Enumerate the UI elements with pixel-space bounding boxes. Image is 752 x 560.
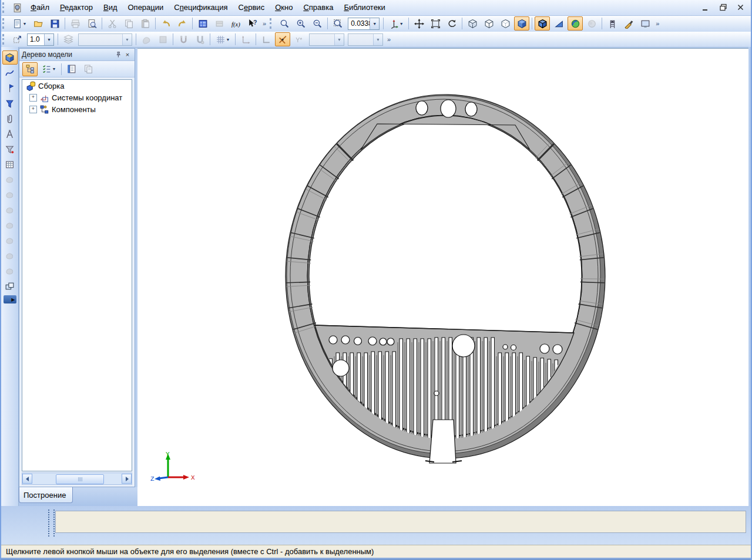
measure-button[interactable] [2, 127, 18, 141]
menu-libraries[interactable]: Библиотеки [338, 1, 390, 15]
scroll-right-arrow[interactable] [122, 474, 132, 484]
quick-display-button[interactable] [551, 16, 566, 31]
zoom-cursor-icon [280, 19, 290, 29]
menu-service[interactable]: Сервис [233, 1, 270, 15]
menubar-grip[interactable] [2, 2, 6, 13]
projection-button[interactable] [2, 96, 18, 110]
toolbar-overflow-chevron[interactable]: » [656, 20, 659, 27]
variables-window-button[interactable] [195, 16, 210, 31]
zoom-out-button[interactable] [310, 16, 325, 31]
model-tree-titlebar[interactable]: Дерево модели × [19, 49, 135, 61]
tree-item-label: Сборка [38, 82, 65, 90]
tree-horizontal-scrollbar[interactable] [22, 473, 132, 485]
document-scale-combo-dropdown-icon[interactable]: ▼ [44, 34, 53, 45]
fx-button[interactable]: f(x) [228, 16, 243, 31]
perspective-button[interactable] [568, 16, 583, 31]
snap-value-combo-2-dropdown-icon[interactable]: ▼ [373, 34, 382, 45]
dropdown-arrow-icon[interactable]: ▼ [23, 22, 27, 26]
scroll-left-arrow[interactable] [22, 474, 32, 484]
zoom-scale-combo-dropdown-icon[interactable]: ▼ [370, 18, 379, 29]
drawing-viewport[interactable]: YXZ [137, 48, 748, 507]
toolbar-view-grip[interactable] [270, 18, 274, 29]
zoom-area-button[interactable] [330, 16, 345, 31]
dropdown-arrow-icon[interactable]: ▼ [52, 67, 56, 71]
display-params-button[interactable] [637, 16, 653, 31]
orientation-button[interactable]: ▼ [386, 16, 406, 31]
doc-side-button[interactable] [64, 62, 79, 76]
mdi-document-icon[interactable] [9, 1, 25, 15]
property-message-field[interactable] [55, 511, 746, 533]
window-panels-button[interactable] [2, 279, 18, 294]
expand-plus-icon[interactable]: + [29, 106, 37, 113]
style-brush-icon [624, 19, 634, 29]
report-table-button[interactable] [2, 157, 18, 171]
menu-editor[interactable]: Редактор [55, 1, 98, 15]
rotate-button[interactable] [444, 16, 459, 31]
model-tree[interactable]: Сборка+Системы координат+Компоненты [22, 79, 132, 471]
toolbar-overflow-chevron[interactable]: » [387, 36, 391, 43]
property-bar-drag-handle[interactable] [48, 510, 55, 537]
help-select-button[interactable]: ? [244, 16, 260, 31]
document-scale-combo[interactable]: 1.0▼ [27, 33, 54, 46]
snaps-button[interactable] [275, 32, 290, 46]
simplified-icon [587, 19, 597, 29]
point-marker-button[interactable] [2, 81, 18, 95]
panel-expand-arrow[interactable]: ▶ [4, 295, 16, 303]
spline-button[interactable] [2, 66, 18, 80]
shaded-button[interactable] [514, 16, 529, 31]
zoom-frame-button[interactable] [428, 16, 443, 31]
toolbar-standard-grip[interactable] [2, 18, 6, 29]
expand-plus-icon[interactable]: + [29, 94, 37, 102]
hidden-lines-button[interactable] [481, 16, 496, 31]
dropdown-arrow-icon[interactable]: ▼ [400, 22, 404, 26]
rebuild-button[interactable] [605, 16, 620, 31]
layer-combo-dropdown-icon[interactable]: ▼ [122, 34, 132, 45]
sketch-op-1-icon [5, 175, 15, 185]
save-floppy-button[interactable] [47, 16, 62, 31]
list-view-button[interactable]: ▼ [39, 62, 59, 76]
open-folder-button[interactable] [31, 16, 46, 31]
wireframe-button[interactable] [465, 16, 480, 31]
close-button[interactable] [734, 2, 746, 12]
grid-button[interactable]: ▼ [213, 32, 233, 46]
point-marker-icon [5, 83, 15, 93]
current-scale-button[interactable] [9, 32, 25, 46]
attachments-button[interactable] [2, 112, 18, 126]
filter-button[interactable] [2, 142, 18, 156]
dropdown-arrow-icon[interactable]: ▼ [226, 38, 230, 42]
menu-view[interactable]: Вид [98, 1, 123, 15]
shaded-edges-button[interactable] [535, 16, 550, 31]
toolbar-current-state-grip[interactable] [2, 34, 6, 45]
scrollbar-thumb[interactable] [56, 474, 104, 484]
close-icon[interactable]: × [123, 50, 132, 59]
print-preview-button[interactable] [84, 16, 99, 31]
menu-operations[interactable]: Операции [122, 1, 169, 15]
zoom-cursor-button[interactable] [277, 16, 292, 31]
assembly-model-frame[interactable] [137, 49, 748, 507]
toolbar-overflow-chevron[interactable]: » [263, 20, 266, 27]
new-document-button[interactable]: ▼ [9, 16, 29, 31]
menu-file[interactable]: Файл [25, 1, 55, 15]
tree-item-coordinate-systems[interactable]: +Системы координат [22, 92, 132, 103]
menu-specification[interactable]: Спецификация [169, 1, 233, 15]
pin-icon[interactable] [113, 50, 123, 59]
restore-button[interactable] [717, 2, 728, 12]
menu-window[interactable]: Окно [270, 1, 298, 15]
zoom-in-button[interactable] [293, 16, 308, 31]
sketch-op-4-button [2, 218, 18, 232]
tree-structure-button[interactable] [22, 62, 38, 76]
minimize-button[interactable] [699, 2, 711, 12]
edit-model-button[interactable] [2, 50, 18, 65]
undo-button[interactable] [158, 16, 173, 31]
pan-button[interactable] [411, 16, 427, 31]
style-brush-button[interactable] [621, 16, 636, 31]
quick-display-icon [554, 19, 564, 29]
menu-help[interactable]: Справка [298, 1, 338, 15]
tree-item-assembly[interactable]: Сборка [22, 80, 132, 92]
hidden-lines-thin-button[interactable] [498, 16, 513, 31]
redo-button[interactable] [174, 16, 190, 31]
zoom-scale-combo[interactable]: 0.0338▼ [348, 18, 380, 30]
tree-item-components[interactable]: +Компоненты [22, 103, 132, 115]
tab-postroenie[interactable]: Построение [19, 487, 73, 503]
snap-value-combo-1-dropdown-icon[interactable]: ▼ [334, 34, 344, 45]
